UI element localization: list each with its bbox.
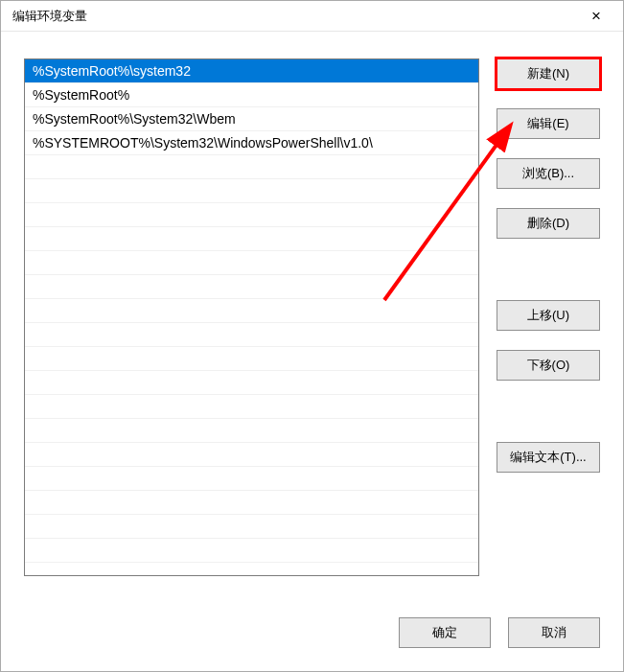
edit-text-button[interactable]: 编辑文本(T)...: [497, 442, 600, 473]
new-button[interactable]: 新建(N): [497, 58, 600, 89]
list-blank-row: [25, 347, 478, 371]
side-button-column: 新建(N) 编辑(E) 浏览(B)... 删除(D) 上移(U) 下移(O) 编…: [497, 58, 600, 473]
list-blank-row: [25, 539, 478, 563]
list-item[interactable]: %SystemRoot%: [25, 83, 478, 107]
browse-button[interactable]: 浏览(B)...: [497, 158, 600, 189]
list-blank-row: [25, 155, 478, 179]
list-blank-row: [25, 251, 478, 275]
move-down-button[interactable]: 下移(O): [497, 350, 600, 381]
list-blank-row: [25, 491, 478, 515]
edit-button[interactable]: 编辑(E): [497, 108, 600, 139]
move-up-button[interactable]: 上移(U): [497, 300, 600, 331]
list-blank-row: [25, 371, 478, 395]
list-blank-row: [25, 299, 478, 323]
list-blank-row: [25, 203, 478, 227]
delete-button[interactable]: 删除(D): [497, 208, 600, 239]
path-listbox[interactable]: %SystemRoot%\system32%SystemRoot%%System…: [24, 58, 479, 576]
list-blank-row: [25, 179, 478, 203]
close-icon[interactable]: ×: [577, 1, 615, 31]
dialog-buttons: 确定 取消: [399, 617, 600, 648]
window-title: 编辑环境变量: [12, 8, 87, 25]
cancel-button[interactable]: 取消: [508, 617, 600, 648]
list-blank-row: [25, 515, 478, 539]
content-area: %SystemRoot%\system32%SystemRoot%%System…: [1, 32, 623, 671]
list-item[interactable]: %SYSTEMROOT%\System32\WindowsPowerShell\…: [25, 131, 478, 155]
list-blank-row: [25, 563, 478, 576]
list-item[interactable]: %SystemRoot%\system32: [25, 59, 478, 83]
ok-button[interactable]: 确定: [399, 617, 491, 648]
titlebar: 编辑环境变量 ×: [1, 1, 623, 32]
list-blank-row: [25, 443, 478, 467]
list-blank-row: [25, 467, 478, 491]
list-item[interactable]: %SystemRoot%\System32\Wbem: [25, 107, 478, 131]
list-blank-row: [25, 395, 478, 419]
edit-env-var-dialog: 编辑环境变量 × %SystemRoot%\system32%SystemRoo…: [0, 0, 624, 672]
list-blank-row: [25, 275, 478, 299]
list-blank-row: [25, 227, 478, 251]
list-blank-row: [25, 323, 478, 347]
list-blank-row: [25, 419, 478, 443]
